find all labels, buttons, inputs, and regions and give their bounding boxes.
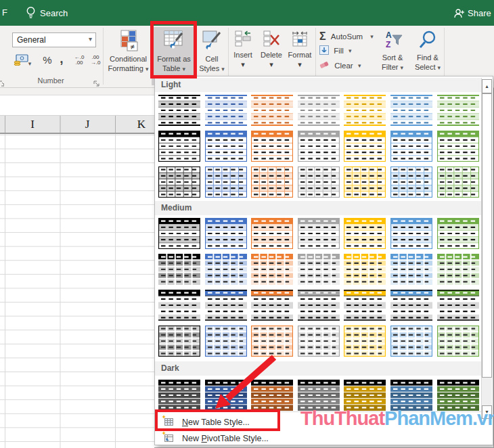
- cell-styles-label-2: Styles ▾: [196, 64, 227, 74]
- table-style-dark-gold[interactable]: [344, 380, 386, 411]
- table-style-medium-bw[interactable]: [158, 290, 200, 321]
- table-style-medium-blue[interactable]: [205, 290, 247, 321]
- table-style-medium-green[interactable]: [437, 254, 479, 285]
- table-style-medium-gray[interactable]: [298, 326, 340, 357]
- table-style-medium-gold[interactable]: [344, 254, 386, 285]
- title-bar: F Search Share: [0, 0, 494, 26]
- table-style-light-lightblue[interactable]: [390, 166, 432, 198]
- table-style-light-orange[interactable]: [251, 95, 293, 126]
- accounting-format-button[interactable]: ▾: [11, 54, 34, 68]
- gallery-row: [155, 131, 481, 162]
- column-header-j[interactable]: J: [85, 118, 90, 131]
- chevron-down-icon: ▾: [28, 60, 32, 67]
- table-style-light-green[interactable]: [437, 166, 479, 198]
- column-header-k[interactable]: K: [137, 118, 145, 131]
- table-style-medium-gold[interactable]: [344, 218, 386, 249]
- table-style-light-green[interactable]: [437, 95, 479, 126]
- fill-button[interactable]: Fill ▾: [319, 45, 352, 59]
- table-style-medium-blue[interactable]: [205, 218, 247, 249]
- table-style-light-green[interactable]: [437, 131, 479, 162]
- table-style-medium-lightblue[interactable]: [390, 290, 432, 321]
- chevron-down-icon: ▾: [145, 66, 149, 72]
- table-style-medium-orange[interactable]: [251, 218, 293, 249]
- conditional-formatting-button[interactable]: ≠ Conditional Formatting ▾: [105, 27, 152, 85]
- chevron-down-icon: ▾: [400, 64, 403, 71]
- table-style-medium-bw[interactable]: [158, 326, 200, 357]
- chevron-down-icon: ▾: [286, 60, 313, 70]
- table-style-light-orange[interactable]: [251, 166, 293, 198]
- table-style-light-gray[interactable]: [298, 131, 340, 162]
- number-format-dropdown[interactable]: General ▾: [12, 32, 96, 47]
- new-pivottable-style-menu-item[interactable]: New PivotTable Style...: [155, 431, 481, 445]
- chevron-down-icon: ▾: [229, 60, 256, 70]
- table-style-medium-lightblue[interactable]: [390, 218, 432, 249]
- search-input[interactable]: Search: [40, 8, 68, 18]
- scrollbar-track[interactable]: [482, 378, 492, 405]
- table-style-medium-green[interactable]: [437, 326, 479, 357]
- table-style-dark-green[interactable]: [437, 380, 479, 411]
- annotation-box-format-as-table: [150, 21, 197, 79]
- table-style-medium-bw[interactable]: [158, 254, 200, 285]
- table-style-medium-gold[interactable]: [344, 326, 386, 357]
- watermark: ThuThuatPhanMem.vn: [300, 407, 494, 430]
- table-style-light-gold[interactable]: [344, 166, 386, 198]
- chevron-down-icon: ▾: [89, 35, 92, 43]
- table-style-medium-orange[interactable]: [251, 290, 293, 321]
- table-style-dark-bw[interactable]: [158, 380, 200, 411]
- table-style-light-bw[interactable]: [158, 131, 200, 162]
- percent-style-button[interactable]: %: [39, 54, 55, 66]
- decrease-decimal-button[interactable]: .00 →.0: [88, 55, 103, 66]
- chevron-down-icon: ▾: [438, 64, 441, 71]
- table-style-light-blue[interactable]: [205, 95, 247, 126]
- table-style-medium-gray[interactable]: [298, 254, 340, 285]
- table-style-light-gold[interactable]: [344, 95, 386, 126]
- table-style-dark-lightblue[interactable]: [390, 380, 432, 411]
- clear-button[interactable]: Clear ▾: [319, 60, 361, 74]
- table-style-medium-orange[interactable]: [251, 254, 293, 285]
- table-style-medium-green[interactable]: [437, 290, 479, 321]
- increase-decimal-button[interactable]: ←.0 .00: [72, 55, 87, 66]
- comma-style-button[interactable]: ,: [57, 51, 66, 66]
- table-style-light-lightblue[interactable]: [390, 131, 432, 162]
- column-header-i[interactable]: I: [30, 118, 35, 131]
- table-style-light-bw[interactable]: [158, 95, 200, 126]
- svg-text:Z: Z: [386, 40, 390, 49]
- sort-filter-label-1: Sort &: [375, 53, 410, 63]
- table-style-light-orange[interactable]: [251, 131, 293, 162]
- table-style-medium-gray[interactable]: [298, 218, 340, 249]
- conditional-formatting-icon: ≠: [105, 30, 152, 54]
- table-style-medium-lightblue[interactable]: [390, 254, 432, 285]
- formula-bar-area[interactable]: [0, 95, 154, 116]
- annotation-arrow: [203, 346, 284, 414]
- share-button[interactable]: Share: [468, 8, 491, 18]
- table-style-light-blue[interactable]: [205, 131, 247, 162]
- table-style-light-bw[interactable]: [158, 166, 200, 198]
- table-style-medium-green[interactable]: [437, 218, 479, 249]
- table-style-medium-gray[interactable]: [298, 290, 340, 321]
- table-style-medium-gold[interactable]: [344, 290, 386, 321]
- table-style-medium-lightblue[interactable]: [390, 326, 432, 357]
- sort-filter-label-2: Filter ▾: [375, 63, 410, 73]
- sheet-grid[interactable]: [0, 134, 154, 448]
- fill-label: Fill: [334, 47, 344, 55]
- column-headers[interactable]: I J K: [0, 116, 154, 134]
- scrollbar-thumb[interactable]: [482, 93, 492, 378]
- gallery-section-header-light: Light: [155, 78, 481, 92]
- table-style-medium-blue[interactable]: [205, 254, 247, 285]
- table-style-light-gray[interactable]: [298, 166, 340, 198]
- scrollbar-up-button[interactable]: ▴: [482, 79, 492, 93]
- table-style-medium-bw[interactable]: [158, 218, 200, 249]
- table-style-light-gray[interactable]: [298, 95, 340, 126]
- chevron-down-icon: ▾: [221, 66, 225, 72]
- table-style-light-lightblue[interactable]: [390, 95, 432, 126]
- share-icon: [453, 8, 465, 22]
- table-style-dark-gray[interactable]: [298, 380, 340, 411]
- lightbulb-icon: [25, 6, 37, 22]
- table-style-light-gold[interactable]: [344, 131, 386, 162]
- chevron-down-icon: ▾: [349, 47, 352, 54]
- format-cells-icon: [286, 30, 313, 50]
- number-group-label: Number: [0, 76, 102, 85]
- delete-label: Delete: [257, 51, 286, 60]
- table-style-light-blue[interactable]: [205, 166, 247, 198]
- watermark-part-2: PhanMem.vn: [384, 407, 494, 429]
